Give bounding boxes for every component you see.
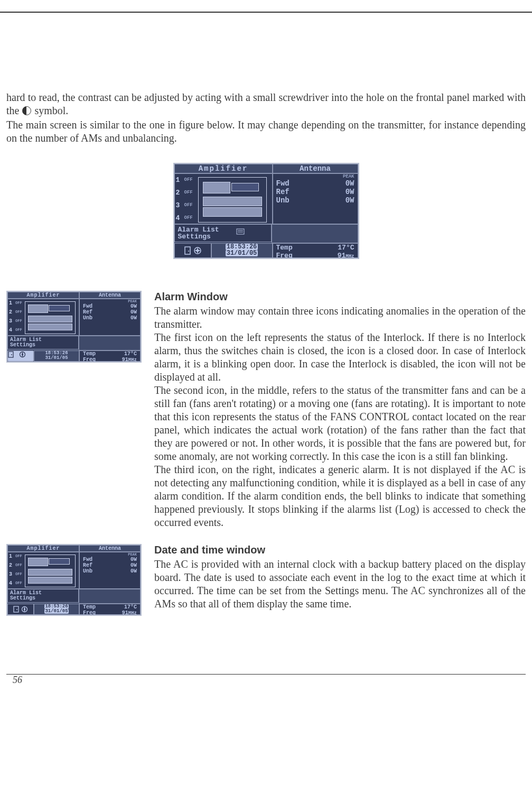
page: hard to read, the contrast can be adjust… [0,12,532,616]
page-number: 56 [13,675,22,686]
dt-sm: 18:53:2631/01/05 [34,350,79,362]
intro-text-1a: hard to read, the contrast can be adjust… [6,91,526,116]
settings-sm2: Alarm List Settings [7,589,79,603]
amp-ch-3-off: OFF [184,202,193,208]
lcd-panel-datetime-thumb: Amplifier Antenna 1OFF 2OFF 3OFF 4OFF [6,544,142,616]
fan-icon-sm2 [21,606,28,613]
section-datetime: Amplifier Antenna 1OFF 2OFF 3OFF 4OFF [6,544,526,616]
amp-chip-icon [231,183,259,191]
tempfreq-sm2: Temp17°C Freq91MHz [79,604,141,615]
amp-ch-2-off: OFF [184,190,193,195]
svg-rect-0 [237,229,244,234]
amp-ch-2: 2 [176,189,180,197]
settings-sm: Alarm List Settings [7,336,79,349]
amp-strip2-icon [203,207,262,217]
freq-label: Freq [276,252,293,260]
antenna-block-2 [272,224,358,243]
peak-label: PEAK [273,174,358,179]
datetime-thumbnail-col: Amplifier Antenna 1OFF 2OFF 3OFF 4OFF [6,544,142,616]
amp-sm-4: 4 [9,327,12,333]
amp-block-sm: 1OFF 2OFF 3OFF 4OFF [7,299,79,336]
dt-sm2-highlighted: 18:53:26 31/01/05 [34,604,79,615]
fan-icon [193,246,202,255]
svg-point-4 [188,251,189,252]
ant-fwd-value: 0W [346,179,354,188]
temp-label: Temp [276,244,293,252]
alarm-thumbnail-col: Amplifier Antenna 1OFF 2OFF 3OFF 4OFF [6,291,142,529]
alarm-window-heading: Alarm Window [154,291,526,303]
alarm-window-body: The alarm window may contain three icons… [154,304,526,529]
amp-device-icon [198,177,267,223]
freq-value: 91MHz [338,252,354,260]
ant-fwd-label: Fwd [276,179,290,188]
amp-ch-4-off: OFF [184,215,193,220]
amplifier-header: Amplifier [174,164,273,173]
contrast-icon [22,106,31,115]
amp-ch-3: 3 [176,201,180,209]
datetime-body: The AC is provided with an internal cloc… [154,558,526,611]
alarm-text-col: Alarm Window The alarm window may contai… [154,291,526,529]
amp-device-sm2-icon [25,555,76,587]
list-icon [236,228,245,235]
amp-head-sm: Amplifier [7,292,79,299]
amp-device-sm-icon [25,301,76,334]
amp-ch-1-off: OFF [184,177,193,182]
ant-head-sm: Antenna [79,292,141,299]
datetime-cell: 18:53:26 31/01/05 [211,243,273,258]
svg-point-10 [16,609,17,610]
amp-sm-2-off: OFF [15,310,22,314]
lcd-panel-main: Amplifier Antenna 1 OFF 2 OFF 3 OFF 4 OF… [173,163,359,259]
date-value: 31/01/05 [226,250,258,256]
svg-point-7 [11,354,12,355]
amp-sm-1: 1 [9,300,12,306]
ant-row-unb: Unb0W [273,196,358,205]
amp-ch-1: 1 [176,176,180,184]
settings-label: Settings [178,233,268,240]
ant-row-fwd: Fwd0W [273,179,358,188]
status-icons-cell [174,243,211,258]
temp-value: 17°C [338,244,354,252]
amp-ch-4: 4 [176,214,180,222]
peak-sm: PEAK [80,299,140,303]
intro-para-1: hard to read, the contrast can be adjust… [6,91,526,117]
antenna-header: Antenna [273,164,358,173]
ant-row-ref: Ref0W [273,188,358,196]
fan-icon-sm [19,351,26,358]
figure-main-lcd: Amplifier Antenna 1 OFF 2 OFF 3 OFF 4 OF… [6,163,526,259]
amp-sm-3-off: OFF [15,319,22,323]
door-icon-sm [8,351,14,358]
door-icon-sm2 [13,606,19,613]
amp-sm-1-off: OFF [15,301,22,305]
amp-bars-icon [203,182,230,193]
ant-head-sm2: Antenna [79,545,141,552]
lcd-panel-alarm-thumb: Amplifier Antenna 1OFF 2OFF 3OFF 4OFF [6,291,142,363]
settings-cell: Alarm List Settings [174,224,272,242]
svg-rect-6 [8,352,13,357]
amp-sm-2: 2 [9,309,12,315]
antenna-block: PEAK Fwd0W Ref0W Unb0W [273,173,358,224]
intro-text-1b: symbol. [32,105,68,116]
page-footer: 56 [6,674,526,696]
section-alarm-window: Amplifier Antenna 1OFF 2OFF 3OFF 4OFF [6,291,526,529]
ant-block-sm2: PEAK Fwd0W Ref0W Unb0W [79,552,141,589]
tempfreq-sm: Temp17°C Freq91MHz [79,350,141,362]
antenna-title-text: Antenna [273,164,358,173]
ant-unb-value: 0W [346,196,354,205]
amp-sm-4-off: OFF [15,328,22,332]
intro-para-2: The main screen is similar to the one in… [6,118,526,145]
door-icon [184,246,191,255]
ant-block-sm: PEAK Fwd0W Ref0W Unb0W [79,299,141,336]
amp-head-sm2: Amplifier [7,545,79,552]
amp-block-sm2: 1OFF 2OFF 3OFF 4OFF [7,552,79,589]
amp-sm-3: 3 [9,318,12,324]
ant-unb-label: Unb [276,196,290,205]
ant-ref-value: 0W [346,188,354,196]
amplifier-block: 1 OFF 2 OFF 3 OFF 4 OFF [174,173,273,224]
svg-rect-3 [185,247,190,254]
status-cell-sm2 [7,604,34,615]
status-cell-sm-highlighted [7,350,34,362]
datetime-heading: Date and time window [154,544,526,556]
ant-ref-label: Ref [276,188,290,196]
datetime-text-col: Date and time window The AC is provided … [154,544,526,616]
amp-strip1-icon [203,197,262,206]
